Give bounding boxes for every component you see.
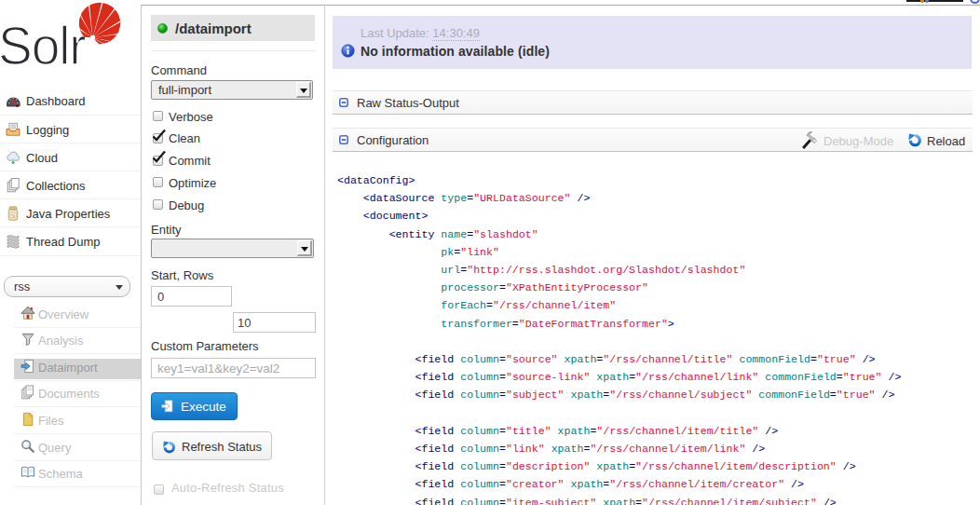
svg-text:Solr: Solr [0,16,86,76]
